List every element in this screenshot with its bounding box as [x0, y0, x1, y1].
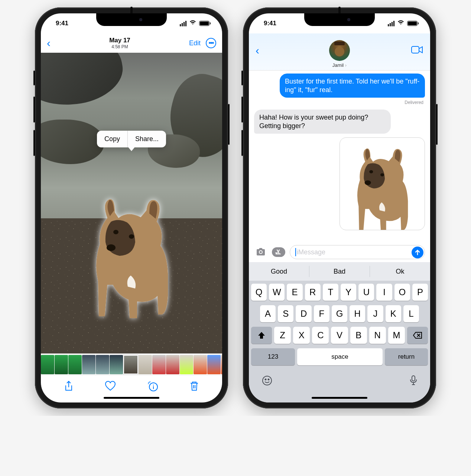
key-r[interactable]: R — [305, 284, 321, 301]
delivered-label: Delivered — [405, 100, 423, 105]
edit-button[interactable]: Edit — [189, 39, 201, 47]
message-received[interactable]: Haha! How is your sweet pup doing? Getti… — [254, 110, 391, 134]
thumbnail[interactable] — [166, 355, 179, 374]
thumbnail[interactable] — [82, 355, 95, 374]
info-icon[interactable] — [147, 381, 158, 393]
nav-subtitle: 4:58 PM — [109, 44, 130, 49]
thumbnail-current[interactable] — [123, 355, 138, 374]
key-w[interactable]: W — [269, 284, 285, 301]
send-button[interactable] — [412, 247, 423, 258]
dictation-button[interactable] — [409, 375, 418, 388]
shift-key[interactable] — [251, 327, 272, 344]
svg-point-0 — [129, 234, 134, 239]
numbers-key[interactable]: 123 — [251, 348, 295, 365]
thumbnail[interactable] — [221, 355, 222, 374]
keyboard: Good Bad Ok QWERTYUIOP ASDFGHJKL ZXCVBNM… — [249, 262, 430, 402]
contact-header[interactable]: Jamil — [329, 40, 350, 68]
key-b[interactable]: B — [350, 327, 367, 344]
key-e[interactable]: E — [287, 284, 302, 301]
thumbnail[interactable] — [41, 355, 54, 374]
svg-point-1 — [113, 230, 118, 234]
key-x[interactable]: X — [293, 327, 310, 344]
thumbnail[interactable] — [152, 355, 166, 374]
thumbnail[interactable] — [68, 355, 82, 374]
wifi-icon — [189, 20, 196, 27]
predictive-bar: Good Bad Ok — [249, 262, 430, 281]
thumbnail[interactable] — [96, 355, 109, 374]
key-s[interactable]: S — [278, 305, 293, 322]
key-k[interactable]: K — [386, 305, 401, 322]
home-indicator[interactable] — [104, 397, 159, 399]
svg-point-9 — [260, 251, 262, 253]
messages-body[interactable]: Buster for the first time. Told her we'l… — [249, 71, 430, 243]
thumbnail[interactable] — [55, 355, 68, 374]
thumbnail-strip[interactable] — [41, 353, 222, 376]
key-l[interactable]: L — [403, 305, 419, 322]
key-d[interactable]: D — [296, 305, 311, 322]
key-j[interactable]: J — [367, 305, 383, 322]
key-n[interactable]: N — [369, 327, 386, 344]
status-time: 9:41 — [264, 20, 276, 27]
home-indicator[interactable] — [312, 397, 367, 399]
key-c[interactable]: C — [312, 327, 329, 344]
thumbnail[interactable] — [110, 355, 123, 374]
key-z[interactable]: Z — [274, 327, 291, 344]
svg-point-11 — [263, 376, 272, 385]
share-action[interactable]: Share... — [128, 131, 166, 147]
svg-rect-14 — [412, 376, 415, 381]
space-key[interactable]: space — [297, 348, 383, 365]
key-m[interactable]: M — [388, 327, 405, 344]
cellular-icon — [180, 21, 186, 26]
key-g[interactable]: G — [332, 305, 347, 322]
key-h[interactable]: H — [350, 305, 365, 322]
thumbnail[interactable] — [139, 355, 152, 374]
input-placeholder: iMessage — [297, 248, 325, 256]
return-key[interactable]: return — [385, 348, 428, 365]
key-t[interactable]: T — [323, 284, 338, 301]
svg-point-12 — [265, 379, 266, 380]
emoji-button[interactable] — [262, 375, 273, 388]
nav-bar: ‹ May 17 4:58 PM Edit ••• — [41, 33, 222, 53]
thumbnail[interactable] — [207, 355, 221, 374]
battery-icon — [199, 21, 209, 26]
svg-point-5 — [380, 173, 384, 176]
prediction-3[interactable]: Ok — [370, 262, 430, 281]
cellular-icon — [388, 21, 394, 26]
key-i[interactable]: I — [376, 284, 392, 301]
camera-button[interactable] — [254, 245, 267, 259]
prediction-1[interactable]: Good — [249, 262, 309, 281]
key-o[interactable]: O — [394, 284, 410, 301]
svg-point-6 — [369, 170, 373, 173]
key-u[interactable]: U — [358, 284, 374, 301]
app-store-button[interactable] — [272, 245, 285, 259]
copy-action[interactable]: Copy — [97, 131, 127, 147]
lifted-subject-dog[interactable] — [76, 188, 187, 329]
message-input[interactable]: iMessage — [290, 245, 425, 259]
svg-point-2 — [107, 244, 116, 251]
back-button[interactable]: ‹ — [256, 44, 259, 57]
back-button[interactable]: ‹ — [47, 37, 51, 49]
screen-photos: 9:41 ‹ May 17 4:58 PM Edit ••• — [41, 13, 222, 402]
favorite-icon[interactable] — [105, 381, 116, 393]
thumbnail[interactable] — [194, 355, 207, 374]
message-sent[interactable]: Buster for the first time. Told her we'l… — [280, 74, 425, 98]
key-q[interactable]: Q — [251, 284, 267, 301]
prediction-2[interactable]: Bad — [309, 262, 370, 281]
key-p[interactable]: P — [412, 284, 428, 301]
delete-icon[interactable] — [189, 381, 199, 393]
key-y[interactable]: Y — [341, 284, 356, 301]
facetime-button[interactable] — [411, 45, 423, 56]
more-button[interactable]: ••• — [206, 38, 216, 48]
message-image-attachment[interactable] — [340, 137, 425, 230]
thumbnail[interactable] — [180, 355, 193, 374]
notch — [96, 13, 167, 26]
battery-icon — [407, 21, 418, 26]
backspace-key[interactable] — [407, 327, 428, 344]
key-f[interactable]: F — [314, 305, 329, 322]
key-v[interactable]: V — [331, 327, 348, 344]
phone-messages: 9:41 ‹ Jamil Buster for the first time. … — [243, 7, 436, 408]
photo-viewer[interactable]: Copy Share... — [41, 53, 222, 353]
svg-point-13 — [268, 379, 269, 380]
key-a[interactable]: A — [260, 305, 276, 322]
share-icon[interactable] — [64, 381, 74, 393]
